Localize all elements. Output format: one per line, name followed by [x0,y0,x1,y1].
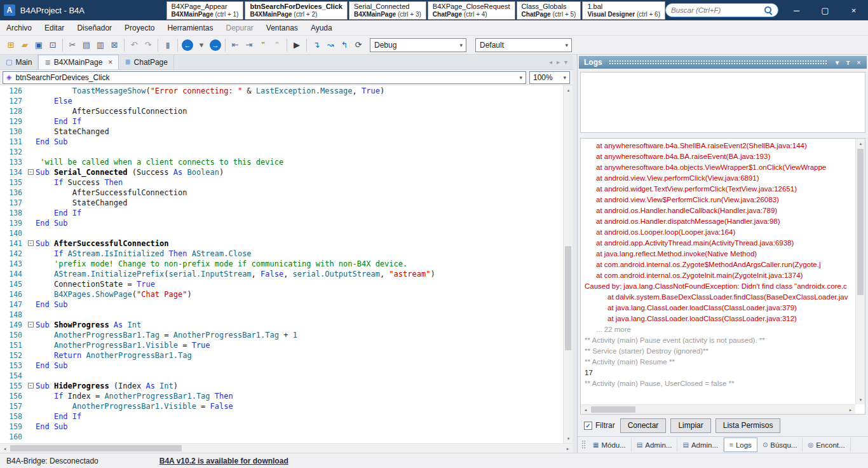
open-project-icon[interactable]: ▰ [18,38,32,52]
menu-ventanas[interactable]: Ventanas [260,20,304,35]
maximize-button[interactable]: ▢ [811,0,839,20]
menu-disenador[interactable]: Diseñador [71,20,118,35]
tab-list-icon[interactable]: ▾ [564,59,567,65]
panel-tab-admin-1[interactable]: ▤Admin... [632,438,678,451]
scroll-right-icon[interactable]: ▸ [563,444,573,453]
editor-vertical-scrollbar[interactable]: ▴ ▾ [563,85,573,443]
run-icon[interactable]: ▶ [290,38,304,52]
zoom-dropdown[interactable]: 100% ▾ [529,71,570,84]
scrollbar-thumb[interactable] [591,406,635,413]
panel-splitter[interactable] [573,55,577,453]
member-dropdown[interactable]: ◈ btnSearchForDevices_Click ▾ [3,71,526,84]
drag-handle[interactable] [581,440,586,450]
save-all-icon[interactable]: ⊡ [46,38,60,52]
close-button[interactable]: × [839,0,868,20]
save-icon[interactable]: ▣ [32,38,46,52]
permissions-button[interactable]: Lista Permisos [715,418,781,433]
editor-horizontal-scrollbar[interactable]: ◂ ▸ [0,443,573,453]
fold-collapse-icon[interactable]: - [25,238,36,249]
connect-button[interactable]: Conectar [620,418,667,433]
panel-tab-logs[interactable]: ≡Logs [724,437,757,452]
pin-icon[interactable]: T [843,59,853,65]
menu-editar[interactable]: Editar [38,20,71,35]
close-tab-icon[interactable]: × [108,58,112,67]
logs-vertical-scrollbar[interactable]: ▴ ▾ [855,139,865,404]
menu-herramientas[interactable]: Herramientas [161,20,219,35]
minimize-button[interactable]: ─ [782,0,811,20]
quick-tab-3[interactable]: Serial_ConnectedB4XMainPage (ctrl + 3) [349,1,426,20]
quick-tab-5[interactable]: Class_GlobalsChatPage (ctrl + 5) [517,1,581,20]
fold-collapse-icon[interactable]: - [25,167,36,177]
step-over-icon[interactable]: ↝ [323,38,337,52]
menu-ayuda[interactable]: Ayuda [304,20,339,35]
scroll-left-icon[interactable]: ◂ [0,444,10,453]
filter-checkbox-wrap[interactable]: ✓ Filtrar [584,421,615,430]
panel-tab-find[interactable]: ◎Encont... [803,438,850,451]
search-icon[interactable] [764,6,773,15]
panel-tab-search[interactable]: ⊙Búsqu... [757,438,803,451]
scroll-down-icon[interactable]: ▾ [856,395,865,404]
scroll-right-icon[interactable]: ▸ [846,405,855,415]
code-editor[interactable]: 126 ToastMessageShow("Error connecting: … [0,85,563,443]
copy-icon[interactable]: ▤ [79,38,93,52]
build-mode-dropdown[interactable]: Debug ▾ [370,38,466,52]
scrollbar-thumb[interactable] [10,445,182,451]
scrollbar-thumb[interactable] [565,246,571,350]
minus-box-icon[interactable]: - [28,322,34,327]
cut-icon[interactable]: ✂ [65,38,79,52]
undo-icon[interactable]: ↶ [127,38,141,52]
tab-scroll-right-icon[interactable]: ▸ [557,59,560,65]
step-out-icon[interactable]: ↰ [337,38,351,52]
fold-collapse-icon[interactable]: - [25,320,36,330]
panel-tab-modules[interactable]: ▦Módu... [588,438,632,451]
title-search-box[interactable] [665,3,778,17]
quick-tab-subtitle: Visual Designer (ctrl + 6) [587,11,660,18]
quick-tab-4[interactable]: B4XPage_CloseRequestChatPage (ctrl + 4) [428,1,515,20]
step-into-icon[interactable]: ↴ [309,38,323,52]
panel-menu-icon[interactable]: ▾ [832,59,843,67]
drag-handle[interactable] [609,60,828,65]
logs-horizontal-scrollbar[interactable]: ◂ ▸ [581,404,855,414]
tab-scroll-left-icon[interactable]: ◂ [549,59,552,65]
quick-tab-1[interactable]: B4XPage_AppearB4XMainPage (ctrl + 1) [166,1,244,20]
navigate-back-icon[interactable]: ← [182,39,193,51]
minus-box-icon[interactable]: - [28,240,34,246]
tab-Main[interactable]: ▢Main [0,55,38,69]
scroll-left-icon[interactable]: ◂ [581,405,590,415]
resume-icon[interactable]: ⟳ [351,38,365,52]
clear-button[interactable]: Limpiar [670,418,710,433]
delete-icon[interactable]: ⊠ [107,38,121,52]
indent-icon[interactable]: ⇥ [242,38,256,52]
scroll-up-icon[interactable]: ▴ [856,139,865,148]
minus-box-icon[interactable]: - [28,383,34,389]
comment-icon[interactable]: '' [256,38,270,52]
scrollbar-thumb[interactable] [857,149,864,295]
scroll-down-icon[interactable]: ▾ [564,434,573,443]
back-history-dropdown-icon[interactable]: ▾ [194,38,208,52]
build-config-dropdown[interactable]: Default ▾ [475,38,572,52]
navigate-forward-icon[interactable]: → [210,39,221,51]
uncomment-icon[interactable]: '' [270,38,284,52]
menu-depurar[interactable]: Depurar [219,20,259,35]
outdent-icon[interactable]: ⇤ [228,38,242,52]
filter-checkbox[interactable]: ✓ [584,422,592,430]
bookmark-icon[interactable]: ▮ [161,38,175,52]
quick-tab-2[interactable]: btnSearchForDevices_ClickB4XMainPage (ct… [245,1,348,20]
quick-tab-6[interactable]: 1.balVisual Designer (ctrl + 6) [582,1,665,20]
scroll-up-icon[interactable]: ▴ [564,85,573,95]
menu-proyecto[interactable]: Proyecto [118,20,161,35]
minus-box-icon[interactable]: - [28,169,34,175]
redo-icon[interactable]: ↷ [141,38,155,52]
tab-B4XMainPage[interactable]: ≣B4XMainPage× [38,55,119,69]
panel-tab-admin-2[interactable]: ▤Admin... [677,438,724,451]
update-link[interactable]: B4A v10.2 is available for download [159,457,288,465]
new-project-icon[interactable]: ⊞ [4,38,18,52]
title-search-input[interactable] [671,6,764,14]
paste-icon[interactable]: ▥ [93,38,107,52]
logs-output-box[interactable]: at anywheresoftware.b4a.ShellBA.raiseEve… [580,138,865,415]
logs-panel-header[interactable]: Logs ▾ T × [579,56,867,69]
close-panel-icon[interactable]: × [853,59,864,66]
fold-collapse-icon[interactable]: - [25,381,36,391]
menu-archivo[interactable]: Archivo [0,20,38,35]
tab-ChatPage[interactable]: ≣ChatPage [119,55,174,69]
